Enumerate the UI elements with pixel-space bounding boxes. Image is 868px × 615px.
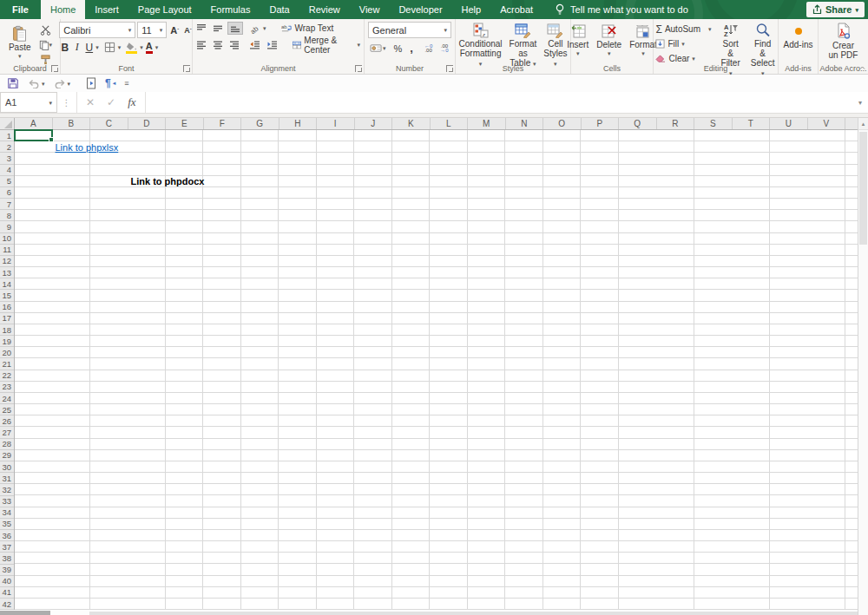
row-header-10[interactable]: 10	[0, 233, 14, 245]
align-left-button[interactable]	[194, 38, 208, 51]
column-header-G[interactable]: G	[241, 118, 279, 129]
row-header-9[interactable]: 9	[0, 221, 14, 232]
column-header-K[interactable]: K	[392, 118, 431, 129]
row-header-32[interactable]: 32	[0, 484, 14, 495]
tab-review[interactable]: Review	[299, 0, 350, 19]
tab-formulas[interactable]: Formulas	[201, 0, 260, 19]
addins-button[interactable]: Add-ins	[781, 22, 816, 62]
row-header-21[interactable]: 21	[0, 358, 14, 370]
row-header-18[interactable]: 18	[0, 324, 14, 336]
tab-insert[interactable]: Insert	[85, 0, 128, 19]
row-header-5[interactable]: 5	[0, 176, 14, 187]
autosum-button[interactable]: Σ AutoSum ▾	[654, 23, 713, 36]
font-color-button[interactable]: A	[144, 41, 155, 54]
row-header-8[interactable]: 8	[0, 210, 14, 221]
row-header-36[interactable]: 36	[0, 530, 14, 541]
top-align-button[interactable]	[194, 22, 208, 35]
row-header-40[interactable]: 40	[0, 576, 14, 587]
italic-button[interactable]: I	[71, 41, 82, 54]
tab-view[interactable]: View	[350, 0, 390, 19]
insert-cells-button[interactable]: Insert ▾	[564, 22, 591, 62]
borders-button[interactable]	[102, 41, 117, 54]
column-header-D[interactable]: D	[128, 118, 167, 129]
column-header-N[interactable]: N	[506, 118, 544, 129]
copy-button[interactable]: ▾	[37, 38, 55, 51]
orientation-button[interactable]: ab ▾	[249, 22, 268, 35]
row-header-6[interactable]: 6	[0, 187, 14, 199]
cell-grid[interactable]: Link to phpxlsxLink to phpdocx	[15, 130, 858, 610]
percent-style-button[interactable]: %	[392, 42, 404, 55]
selected-cell-A1[interactable]	[14, 129, 53, 141]
column-header-O[interactable]: O	[543, 118, 582, 129]
chevron-down-icon[interactable]: ▾	[95, 44, 99, 50]
merge-center-button[interactable]: Merge & Center ▾	[291, 38, 362, 51]
bottom-align-button[interactable]	[227, 22, 243, 35]
tab-help[interactable]: Help	[452, 0, 491, 19]
decrease-indent-button[interactable]	[247, 38, 262, 51]
fill-button[interactable]: Fill ▾	[654, 37, 713, 50]
tab-data[interactable]: Data	[260, 0, 299, 19]
row-header-35[interactable]: 35	[0, 519, 14, 530]
row-header-38[interactable]: 38	[0, 553, 14, 564]
row-header-17[interactable]: 17	[0, 313, 14, 324]
bold-button[interactable]: B	[59, 41, 70, 54]
row-header-30[interactable]: 30	[0, 461, 14, 473]
row-header-28[interactable]: 28	[0, 439, 14, 450]
accounting-format-button[interactable]: ▾	[368, 42, 388, 55]
column-header-S[interactable]: S	[694, 118, 733, 129]
row-header-4[interactable]: 4	[0, 165, 14, 176]
shrink-font-button[interactable]: Aˇ	[182, 23, 194, 36]
enter-icon[interactable]: ✓	[107, 96, 115, 108]
row-header-20[interactable]: 20	[0, 347, 14, 358]
number-format-select[interactable]: General▾	[368, 22, 451, 38]
redo-button[interactable]: ▾	[54, 78, 71, 88]
row-header-2[interactable]: 2	[0, 141, 14, 153]
row-header-24[interactable]: 24	[0, 393, 14, 404]
share-button[interactable]: Share ▾	[806, 2, 865, 17]
tab-page-layout[interactable]: Page Layout	[128, 0, 201, 19]
format-as-table-button[interactable]: Format asTable ▾	[507, 22, 540, 62]
middle-align-button[interactable]	[211, 22, 225, 35]
row-header-1[interactable]: 1	[0, 130, 14, 141]
paste-button[interactable]: Paste ▾	[6, 24, 34, 64]
column-header-V[interactable]: V	[808, 118, 846, 129]
collapse-ribbon-button[interactable]	[859, 65, 865, 71]
underline-button[interactable]: U	[83, 41, 95, 54]
row-header-29[interactable]: 29	[0, 450, 14, 461]
row-header-27[interactable]: 27	[0, 427, 14, 438]
comma-style-button[interactable]: ,	[408, 42, 415, 55]
tell-me[interactable]: Tell me what you want to do	[555, 0, 688, 19]
vertical-scrollbar[interactable]: ▴	[858, 118, 868, 615]
row-header-19[interactable]: 19	[0, 336, 14, 347]
fill-color-button[interactable]	[124, 41, 139, 54]
undo-button[interactable]: ▾	[28, 78, 45, 88]
center-button[interactable]	[211, 38, 225, 51]
row-header-41[interactable]: 41	[0, 587, 14, 599]
row-header-42[interactable]: 42	[0, 599, 14, 610]
column-header-C[interactable]: C	[90, 118, 128, 129]
wrap-text-button[interactable]: ab Wrap Text	[279, 22, 336, 35]
tab-home[interactable]: Home	[41, 0, 85, 19]
column-header-Q[interactable]: Q	[619, 118, 657, 129]
customize-qat-button[interactable]: ≡	[124, 79, 128, 88]
row-header-15[interactable]: 15	[0, 290, 14, 301]
expand-formula-bar-button[interactable]: ▾	[852, 92, 868, 113]
align-right-button[interactable]	[227, 38, 241, 51]
chevron-down-icon[interactable]: ▾	[155, 44, 159, 50]
sort-filter-button[interactable]: AZ Sort &Filter ▾	[719, 22, 743, 62]
decrease-decimal-button[interactable]: .00→0	[438, 42, 450, 55]
cell-B2-link[interactable]: Link to phpxlsx	[53, 141, 119, 153]
row-header-23[interactable]: 23	[0, 382, 14, 393]
row-header-33[interactable]: 33	[0, 496, 14, 507]
column-header-F[interactable]: F	[204, 118, 242, 129]
column-header-L[interactable]: L	[431, 118, 469, 129]
column-header-partial[interactable]	[845, 118, 858, 129]
cancel-icon[interactable]: ✕	[86, 96, 95, 108]
column-header-T[interactable]: T	[733, 118, 771, 129]
row-header-16[interactable]: 16	[0, 302, 14, 313]
row-header-37[interactable]: 37	[0, 541, 14, 553]
font-name-select[interactable]: Calibri▾	[59, 22, 135, 38]
formula-bar-resize-handle[interactable]: ⋮	[57, 92, 76, 113]
scroll-up-arrow[interactable]: ▴	[858, 118, 868, 130]
grow-font-button[interactable]: Aˆ	[168, 23, 181, 36]
